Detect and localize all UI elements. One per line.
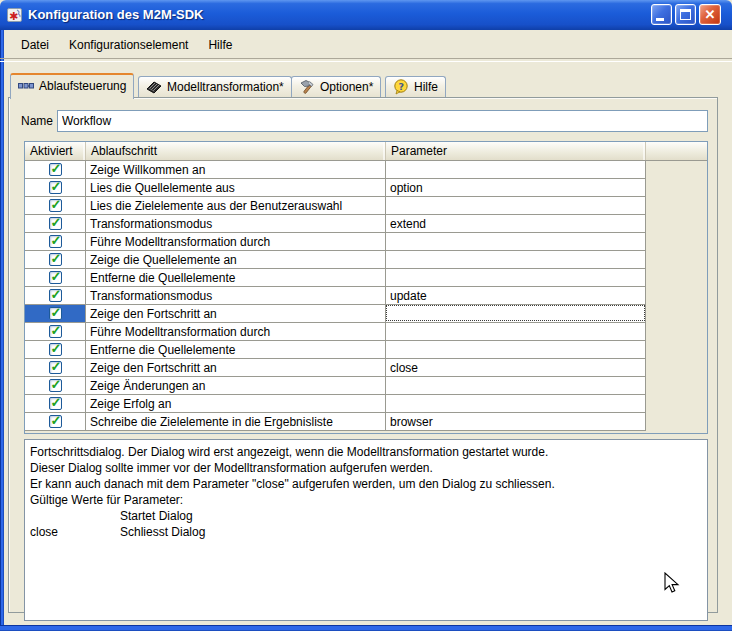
java-app-icon[interactable]: ✱ <box>7 7 23 23</box>
row-parameter-cell[interactable] <box>386 269 646 287</box>
row-step-cell[interactable]: Zeige die Quellelemente an <box>86 251 386 269</box>
row-step-cell[interactable]: Führe Modelltransformation durch <box>86 323 386 341</box>
row-checkbox[interactable] <box>49 307 62 320</box>
table-row[interactable]: Zeige den Fortschritt an <box>25 305 707 323</box>
parameter-value <box>30 508 120 524</box>
row-checkbox[interactable] <box>49 181 62 194</box>
row-parameter-cell[interactable] <box>386 197 646 215</box>
row-checkbox[interactable] <box>49 217 62 230</box>
row-checkbox-cell[interactable] <box>25 305 86 323</box>
table-row[interactable]: Transformationsmodus extend <box>25 215 707 233</box>
row-parameter-cell[interactable]: extend <box>386 215 646 233</box>
row-checkbox-cell[interactable] <box>25 197 86 215</box>
row-parameter-cell[interactable]: close <box>386 359 646 377</box>
row-checkbox-cell[interactable] <box>25 269 86 287</box>
row-parameter-cell[interactable] <box>386 323 646 341</box>
row-checkbox-cell[interactable] <box>25 341 86 359</box>
table-row[interactable]: Lies die Zielelemente aus der Benutzerau… <box>25 197 707 215</box>
name-input[interactable] <box>57 110 708 132</box>
row-parameter-cell[interactable] <box>386 233 646 251</box>
row-step-cell[interactable]: Entferne die Quellelemente <box>86 341 386 359</box>
row-checkbox-cell[interactable] <box>25 323 86 341</box>
column-header-aktiviert[interactable]: Aktiviert <box>25 142 86 160</box>
row-parameter-cell[interactable] <box>386 251 646 269</box>
column-header-parameter[interactable]: Parameter <box>386 142 646 160</box>
row-step-cell[interactable]: Zeige den Fortschritt an <box>86 359 386 377</box>
table-row[interactable]: Führe Modelltransformation durch <box>25 323 707 341</box>
row-checkbox[interactable] <box>49 325 62 338</box>
tab-label: Optionen* <box>320 80 373 94</box>
tab-modelltransformation[interactable]: Modelltransformation* <box>138 76 292 97</box>
tab-ablaufsteuerung[interactable]: Ablaufsteuerung <box>10 73 134 99</box>
table-row[interactable]: Zeige Willkommen an <box>25 161 707 179</box>
row-step-cell[interactable]: Entferne die Quellelemente <box>86 269 386 287</box>
row-parameter-cell[interactable]: option <box>386 179 646 197</box>
row-checkbox-cell[interactable] <box>25 161 86 179</box>
row-step-cell[interactable]: Zeige Änderungen an <box>86 377 386 395</box>
close-button[interactable]: ✕ <box>699 4 721 25</box>
row-checkbox[interactable] <box>49 163 62 176</box>
row-checkbox-cell[interactable] <box>25 359 86 377</box>
tab-optionen[interactable]: Optionen* <box>291 76 381 97</box>
menu-hilfe[interactable]: Hilfe <box>198 35 242 55</box>
table-row[interactable]: Führe Modelltransformation durch <box>25 233 707 251</box>
row-checkbox[interactable] <box>49 235 62 248</box>
row-step-cell[interactable]: Lies die Quellelemente aus <box>86 179 386 197</box>
tab-hilfe[interactable]: ? Hilfe <box>385 76 446 97</box>
maximize-button[interactable] <box>675 4 696 25</box>
parameter-meaning: Schliesst Dialog <box>120 524 205 540</box>
row-checkbox[interactable] <box>49 199 62 212</box>
column-header-ablaufschritt[interactable]: Ablaufschritt <box>86 142 386 160</box>
row-checkbox[interactable] <box>49 271 62 284</box>
row-parameter-cell[interactable] <box>386 161 646 179</box>
row-parameter-cell[interactable] <box>386 395 646 413</box>
row-checkbox-cell[interactable] <box>25 215 86 233</box>
row-parameter-cell[interactable] <box>386 341 646 359</box>
table-row[interactable]: Entferne die Quellelemente <box>25 341 707 359</box>
row-checkbox-cell[interactable] <box>25 179 86 197</box>
table-row[interactable]: Schreibe die Zielelemente in die Ergebni… <box>25 413 707 431</box>
table-row[interactable]: Zeige Änderungen an <box>25 377 707 395</box>
menu-konfigurationselement[interactable]: Konfigurationselement <box>59 35 198 55</box>
row-checkbox-cell[interactable] <box>25 233 86 251</box>
row-step-cell[interactable]: Zeige Willkommen an <box>86 161 386 179</box>
table-row[interactable]: Lies die Quellelemente aus option <box>25 179 707 197</box>
row-checkbox[interactable] <box>49 361 62 374</box>
minimize-icon <box>656 18 664 21</box>
row-checkbox-cell[interactable] <box>25 287 86 305</box>
row-checkbox[interactable] <box>49 289 62 302</box>
description-line: Fortschrittsdialog. Der Dialog wird erst… <box>30 444 702 460</box>
menu-datei[interactable]: Datei <box>11 35 59 55</box>
minimize-button[interactable] <box>651 4 672 25</box>
table-row[interactable]: Zeige den Fortschritt an close <box>25 359 707 377</box>
row-step-cell[interactable]: Schreibe die Zielelemente in die Ergebni… <box>86 413 386 431</box>
row-checkbox-cell[interactable] <box>25 413 86 431</box>
row-step-cell[interactable]: Führe Modelltransformation durch <box>86 233 386 251</box>
row-step-cell[interactable]: Transformationsmodus <box>86 215 386 233</box>
row-checkbox-cell[interactable] <box>25 395 86 413</box>
row-parameter-cell[interactable] <box>386 377 646 395</box>
row-step-cell[interactable]: Transformationsmodus <box>86 287 386 305</box>
row-parameter-cell[interactable]: browser <box>386 413 646 431</box>
row-checkbox[interactable] <box>49 379 62 392</box>
row-step-cell[interactable]: Lies die Zielelemente aus der Benutzerau… <box>86 197 386 215</box>
column-header-filler <box>646 142 707 160</box>
parameter-value-row: close Schliesst Dialog <box>30 524 702 540</box>
table-row[interactable]: Zeige die Quellelemente an <box>25 251 707 269</box>
row-checkbox[interactable] <box>49 415 62 428</box>
row-checkbox-cell[interactable] <box>25 251 86 269</box>
table-row[interactable]: Entferne die Quellelemente <box>25 269 707 287</box>
row-step-cell[interactable]: Zeige Erfolg an <box>86 395 386 413</box>
window-title: Konfiguration des M2M-SDK <box>28 0 204 30</box>
table-row[interactable]: Zeige Erfolg an <box>25 395 707 413</box>
row-checkbox[interactable] <box>49 343 62 356</box>
table-body: Zeige Willkommen an Lies die Quellelemen… <box>25 161 707 431</box>
row-checkbox-cell[interactable] <box>25 377 86 395</box>
row-checkbox[interactable] <box>49 397 62 410</box>
row-step-cell[interactable]: Zeige den Fortschritt an <box>86 305 386 323</box>
row-parameter-cell[interactable]: update <box>386 287 646 305</box>
row-parameter-cell[interactable] <box>386 305 646 323</box>
row-checkbox[interactable] <box>49 253 62 266</box>
workflow-icon <box>18 80 34 92</box>
table-row[interactable]: Transformationsmodus update <box>25 287 707 305</box>
